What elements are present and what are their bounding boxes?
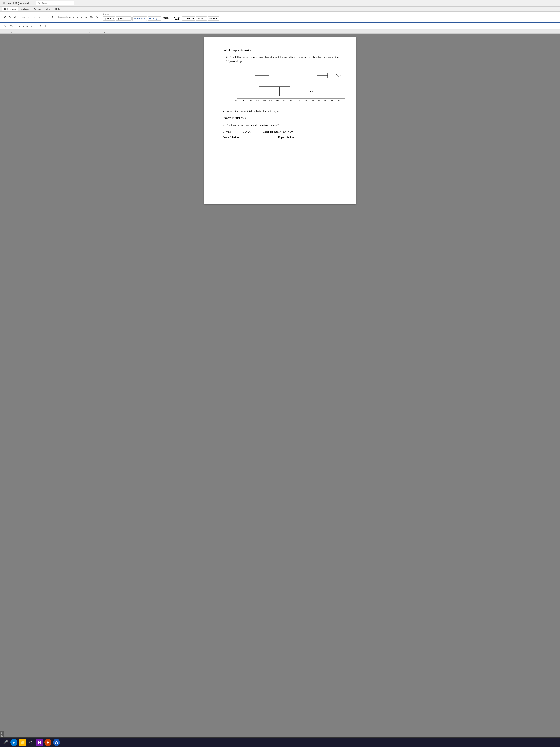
part-b-question: Are there any outliers in total choleste… bbox=[227, 124, 278, 126]
font-size-upper-a[interactable]: A bbox=[3, 15, 7, 19]
justify-button[interactable]: ≡ bbox=[80, 16, 83, 19]
line-spacing-button[interactable]: ↕▾ bbox=[84, 16, 88, 19]
title-bar: Homework#2 (1) - Word bbox=[0, 0, 560, 7]
justify-2[interactable]: ≡ bbox=[29, 24, 33, 28]
xlabel-200: 200 bbox=[290, 100, 293, 102]
pilcrow-button[interactable]: ¶ bbox=[51, 16, 54, 19]
style-subtle[interactable]: Subtle E bbox=[208, 17, 219, 21]
question-text: The following box-whisker plot shows the… bbox=[226, 56, 339, 62]
question-block: 2. The following box-whisker plot shows … bbox=[222, 55, 341, 63]
line-spacing-2[interactable]: ↕▾ bbox=[33, 24, 38, 28]
ruler-mark-1: 1 bbox=[11, 31, 12, 33]
style-heading2[interactable]: Heading 2 bbox=[148, 17, 161, 21]
median-value: 205 bbox=[243, 117, 247, 119]
search-input[interactable] bbox=[41, 2, 73, 5]
style-heading1[interactable]: Heading 1 bbox=[132, 17, 147, 21]
font-select[interactable]: A⁻ bbox=[3, 24, 8, 28]
part-a-block: a. What is the median total cholesterol … bbox=[222, 109, 341, 113]
taskbar-mic-icon[interactable]: 🎤 bbox=[2, 739, 9, 746]
align-left-2[interactable]: ≡ bbox=[18, 24, 21, 28]
ruler-mark-4: 3 bbox=[59, 31, 60, 33]
font-a-lower[interactable]: A bbox=[13, 15, 17, 19]
svg-line-1 bbox=[39, 4, 40, 4]
border-button[interactable]: □▾ bbox=[95, 16, 99, 19]
align-left-button[interactable]: ≡ bbox=[68, 16, 72, 19]
taskbar-file-explorer-icon[interactable]: 📁 bbox=[19, 739, 26, 746]
taskbar-settings-icon[interactable]: ⚙ bbox=[27, 739, 34, 746]
lower-limit-label: Lower Limit = bbox=[222, 135, 267, 139]
style-aabbccd[interactable]: AaBbCcD bbox=[182, 17, 195, 21]
ribbon-toolbar: A Aa A ☰▾ ☰▾ ☰▾ ⇤ ⇥ ↕ ¶ Paragraph ≡ ≡ ≡ … bbox=[0, 12, 560, 23]
girls-box bbox=[259, 86, 290, 96]
tab-view[interactable]: View bbox=[44, 7, 53, 11]
style-aab[interactable]: AaB bbox=[172, 16, 182, 21]
xlabel-220: 220 bbox=[303, 100, 307, 102]
bullets-button[interactable]: ☰▾ bbox=[21, 16, 26, 19]
align-right-button[interactable]: ≡ bbox=[76, 16, 79, 19]
part-a-question: What is the median total cholesterol lev… bbox=[226, 110, 279, 113]
girls-label: Girls bbox=[308, 89, 313, 92]
circle-symbol bbox=[248, 117, 251, 120]
formatting-toolbar: A⁻ ✗A ≡ ≡ ≡ ≡ ↕▾ ▧▾ □▾ bbox=[0, 23, 560, 29]
xlabel-250: 250 bbox=[324, 100, 327, 102]
align-center-button[interactable]: ≡ bbox=[72, 16, 76, 19]
taskbar-powerpoint-icon[interactable]: P bbox=[45, 739, 52, 746]
search-box[interactable] bbox=[36, 1, 74, 5]
ribbon-tabs: References Mailings Review View Help bbox=[0, 7, 560, 12]
xlabel-120: 120 bbox=[235, 100, 238, 102]
upper-limit-label: Upper Limit = bbox=[278, 135, 322, 139]
align-right-2[interactable]: ≡ bbox=[25, 24, 29, 28]
ruler-mark-2: 1 bbox=[30, 31, 31, 33]
q1-value: Q₁ =175 bbox=[222, 130, 232, 134]
boys-label: Boys bbox=[336, 74, 341, 77]
numbering-button[interactable]: ☰▾ bbox=[27, 16, 32, 19]
iqr-check: Check for outliers: IQR = 70 bbox=[263, 130, 293, 134]
indent-decrease-button[interactable]: ⇤ bbox=[38, 16, 42, 19]
search-icon bbox=[37, 2, 40, 5]
tab-references[interactable]: References bbox=[2, 7, 18, 11]
multilevel-list-button[interactable]: ☰▾ bbox=[32, 16, 37, 19]
chart-svg: Boys Girls 120 130 140 150 160 170 180 1… bbox=[226, 67, 352, 104]
style-title[interactable]: Title bbox=[162, 16, 171, 21]
shading-2[interactable]: ▧▾ bbox=[38, 24, 44, 28]
stats-row: Q₁ =175 Q₃= 245 Check for outliers: IQR … bbox=[222, 130, 341, 134]
part-a-label: a. bbox=[222, 110, 224, 113]
boys-box bbox=[269, 71, 317, 80]
taskbar-word-icon[interactable]: W bbox=[53, 739, 60, 746]
border-2[interactable]: □▾ bbox=[44, 24, 49, 28]
xlabel-130: 130 bbox=[242, 100, 245, 102]
style-normal[interactable]: ¶ Normal bbox=[103, 17, 115, 21]
ruler-mark-7: 6 bbox=[104, 31, 105, 33]
paragraph-group: Paragraph ≡ ≡ ≡ ≡ ↕▾ ▧▾ □▾ bbox=[57, 16, 101, 19]
document-page: End of Chapter 4 Question 2. The followi… bbox=[204, 37, 356, 204]
align-center-2[interactable]: ≡ bbox=[22, 24, 25, 28]
clear-format[interactable]: ✗A bbox=[8, 24, 14, 28]
tab-help[interactable]: Help bbox=[53, 7, 62, 11]
ruler-mark-8: 7 bbox=[118, 31, 119, 33]
indent-increase-button[interactable]: ⇥ bbox=[43, 16, 47, 19]
xlabel-140: 140 bbox=[248, 100, 252, 102]
font-aa-button[interactable]: Aa bbox=[8, 16, 12, 19]
style-subtitle[interactable]: Subtitle bbox=[196, 17, 207, 21]
list-group: ☰▾ ☰▾ ☰▾ ⇤ ⇥ ↕ ¶ bbox=[20, 16, 56, 19]
q3-value: Q₃= 245 bbox=[243, 130, 252, 134]
sort-button[interactable]: ↕ bbox=[47, 16, 50, 19]
document-wrapper: End of Chapter 4 Question 2. The followi… bbox=[0, 33, 560, 747]
taskbar-onenote-icon[interactable]: N bbox=[36, 739, 43, 746]
taskbar-edge-icon[interactable]: e bbox=[10, 739, 18, 746]
xlabel-170: 170 bbox=[269, 100, 272, 102]
ruler-mark-5: 4 bbox=[74, 31, 75, 33]
equals-sign: = bbox=[241, 117, 243, 119]
median-bold-label: Median bbox=[232, 117, 241, 119]
style-no-space[interactable]: ¶ No Spac... bbox=[116, 17, 132, 21]
part-b-block: b. Are there any outliers in total chole… bbox=[222, 123, 341, 127]
tab-review[interactable]: Review bbox=[31, 7, 43, 11]
app-title: Homework#2 (1) - Word bbox=[3, 2, 28, 5]
ruler-mark-3: 2 bbox=[45, 31, 46, 33]
limits-row: Lower Limit = Upper Limit = bbox=[222, 135, 341, 139]
shading-button[interactable]: ▧▾ bbox=[89, 16, 94, 19]
answer-prefix: Answer: bbox=[222, 117, 231, 119]
tab-mailings[interactable]: Mailings bbox=[18, 7, 31, 11]
styles-group: Styles ¶ Normal ¶ No Spac... Heading 1 H… bbox=[102, 13, 227, 21]
part-a-answer: Answer: Median = 205 bbox=[222, 116, 341, 120]
